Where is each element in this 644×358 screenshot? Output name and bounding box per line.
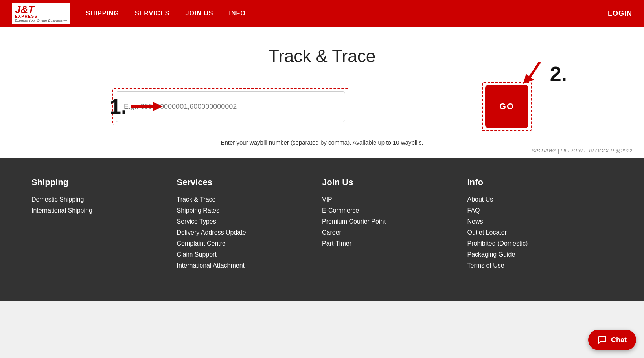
waybill-hint: Enter your waybill number (separated by …	[12, 139, 632, 146]
footer-link-1-5[interactable]: Claim Support	[177, 251, 322, 258]
footer-col-2: Join UsVIPE-CommercePremium Courier Poin…	[322, 177, 467, 273]
footer-link-1-1[interactable]: Shipping Rates	[177, 207, 322, 214]
footer-link-2-2[interactable]: Premium Courier Point	[322, 218, 467, 225]
navbar: J&T EXPRESS Express Your Online Business…	[0, 0, 644, 27]
go-area: 2. GO	[482, 82, 532, 131]
footer-divider	[31, 285, 613, 285]
annotation-2: 2.	[516, 62, 567, 86]
footer-link-3-5[interactable]: Packaging Guide	[467, 251, 613, 258]
chat-label: Chat	[611, 336, 627, 344]
footer-col-0: ShippingDomestic ShippingInternational S…	[31, 177, 177, 273]
footer-link-1-4[interactable]: Complaint Centre	[177, 240, 322, 247]
annotation-1-number: 1.	[110, 95, 127, 118]
nav-links: SHIPPING SERVICES JOIN US INFO	[86, 10, 608, 17]
blogger-credit: SIS HAWA | LIFESTYLE BLOGGER @2022	[532, 148, 633, 154]
go-button[interactable]: GO	[485, 85, 528, 128]
logo-express: EXPRESS	[15, 15, 38, 18]
footer-col-title-3: Info	[467, 177, 613, 187]
track-area: 1. 2. GO	[86, 82, 558, 131]
logo-tagline: Express Your Online Business —	[15, 18, 67, 22]
annotation-2-number: 2.	[550, 62, 567, 86]
footer-link-0-0[interactable]: Domestic Shipping	[31, 196, 177, 203]
svg-marker-1	[153, 102, 163, 111]
footer-col-1: ServicesTrack & TraceShipping RatesServi…	[177, 177, 322, 273]
nav-services[interactable]: SERVICES	[135, 10, 170, 17]
chat-icon	[598, 335, 607, 345]
footer-link-3-3[interactable]: Outlet Locator	[467, 229, 613, 236]
go-wrapper: GO	[482, 82, 532, 131]
nav-shipping[interactable]: SHIPPING	[86, 10, 119, 17]
footer-col-title-0: Shipping	[31, 177, 177, 187]
logo-brand: J&T	[15, 4, 34, 15]
login-button[interactable]: LOGIN	[608, 9, 632, 18]
footer-link-1-2[interactable]: Service Types	[177, 218, 322, 225]
footer-col-3: InfoAbout UsFAQNewsOutlet LocatorProhibi…	[467, 177, 613, 273]
footer-link-1-0[interactable]: Track & Trace	[177, 196, 322, 203]
footer-link-3-1[interactable]: FAQ	[467, 207, 613, 214]
nav-info[interactable]: INFO	[229, 10, 246, 17]
footer-link-1-6[interactable]: International Attachment	[177, 262, 322, 269]
footer-link-2-1[interactable]: E-Commerce	[322, 207, 467, 214]
footer-link-3-4[interactable]: Prohibited (Domestic)	[467, 240, 613, 247]
annotation-1: 1.	[110, 95, 163, 118]
footer-link-2-4[interactable]: Part-Timer	[322, 240, 467, 247]
chat-button[interactable]: Chat	[588, 330, 636, 350]
footer-link-3-0[interactable]: About Us	[467, 196, 613, 203]
footer-link-3-2[interactable]: News	[467, 218, 613, 225]
footer-link-3-6[interactable]: Terms of Use	[467, 262, 613, 269]
footer-columns: ShippingDomestic ShippingInternational S…	[31, 177, 613, 273]
footer-col-title-1: Services	[177, 177, 322, 187]
footer-link-0-1[interactable]: International Shipping	[31, 207, 177, 214]
footer-link-2-3[interactable]: Career	[322, 229, 467, 236]
footer-col-title-2: Join Us	[322, 177, 467, 187]
footer: ShippingDomestic ShippingInternational S…	[0, 158, 644, 301]
nav-join-us[interactable]: JOIN US	[186, 10, 213, 17]
annotation-2-arrow	[516, 62, 544, 86]
main-content: Track & Trace 1. 2.	[0, 27, 644, 158]
footer-link-1-3[interactable]: Delivery Address Update	[177, 229, 322, 236]
annotation-1-arrow	[131, 99, 163, 114]
footer-link-2-0[interactable]: VIP	[322, 196, 467, 203]
logo[interactable]: J&T EXPRESS Express Your Online Business…	[12, 3, 70, 24]
